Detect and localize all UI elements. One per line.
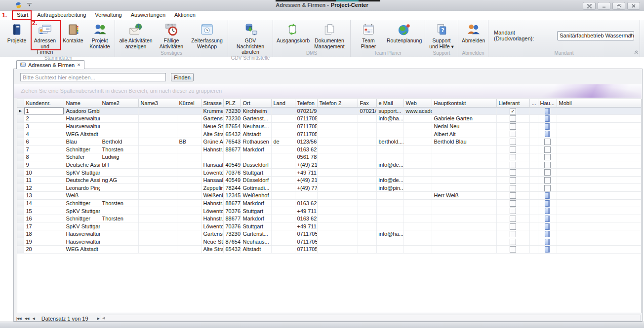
cell-name3[interactable]	[138, 153, 177, 161]
cell-strasse[interactable]: Neue Str...	[201, 238, 223, 246]
nav-prev-page-icon[interactable]: ◀◀	[23, 317, 31, 321]
cell-lieferant[interactable]	[496, 130, 529, 138]
cell-dots[interactable]	[529, 130, 538, 138]
cell-ort[interactable]: Kirchheim	[241, 107, 271, 115]
scroll-left-icon[interactable]: ◀	[102, 315, 105, 321]
cell-mobil[interactable]	[557, 199, 641, 207]
cell-mobil[interactable]	[557, 246, 641, 254]
cell-land[interactable]	[271, 122, 295, 130]
cell-mobil[interactable]	[557, 184, 641, 192]
cell-hauptkontakt[interactable]	[432, 161, 496, 169]
cell-dots[interactable]	[529, 176, 538, 184]
cell-plz[interactable]: 65432	[223, 246, 241, 254]
cell-ort[interactable]: Markdorf	[241, 199, 271, 207]
cell-hau[interactable]	[538, 192, 557, 200]
cell-land[interactable]	[271, 222, 295, 230]
cell-name3[interactable]	[138, 230, 177, 238]
cell-email[interactable]	[376, 192, 403, 200]
cell-fax[interactable]	[358, 207, 376, 215]
cell-name[interactable]: WEG Altstadt	[64, 130, 100, 138]
cell-name3[interactable]	[138, 199, 177, 207]
cell-mobil[interactable]	[557, 169, 641, 177]
cell-hau[interactable]	[538, 107, 557, 115]
cell-lieferant[interactable]	[496, 222, 529, 230]
restore-button[interactable]	[612, 2, 625, 10]
cell-web[interactable]	[403, 169, 432, 177]
cell-fax[interactable]	[358, 169, 376, 177]
cell-ort[interactable]: Markdorf	[241, 146, 271, 153]
lieferant-checkbox[interactable]	[510, 162, 516, 168]
cell-name2[interactable]: Thorsten	[100, 199, 138, 207]
cell-hauptkontakt[interactable]	[432, 222, 496, 230]
cell-telefon[interactable]: 0561 78...	[295, 153, 317, 161]
tab-verwaltung[interactable]: Verwaltung	[90, 11, 126, 19]
document-tab-close-icon[interactable]: ×	[77, 62, 80, 68]
hau-checkbox[interactable]	[544, 169, 551, 176]
cell-hau[interactable]	[538, 199, 557, 207]
cell-mobil[interactable]	[557, 153, 641, 161]
cell-name3[interactable]	[138, 115, 177, 123]
cell-email[interactable]	[376, 207, 403, 215]
cell-telefon[interactable]: +(49) 21...	[295, 176, 317, 184]
cell-dots[interactable]	[529, 138, 538, 146]
table-row[interactable]: 4WEG AltstadtAlte Stra...65432Altstadt07…	[17, 130, 641, 138]
cell-name2[interactable]: Thorsten	[100, 146, 138, 153]
hau-button-icon[interactable]	[545, 200, 550, 207]
cell-name3[interactable]	[138, 107, 177, 115]
cell-mobil[interactable]	[557, 138, 641, 146]
hau-button-icon[interactable]	[545, 231, 550, 237]
hau-checkbox[interactable]	[544, 154, 551, 160]
cell-fax[interactable]	[358, 161, 376, 169]
cell-telefon2[interactable]	[317, 138, 358, 146]
cell-land[interactable]	[271, 184, 295, 192]
cell-name[interactable]: Weiß	[64, 192, 100, 200]
column-header-email[interactable]: e Mail	[376, 99, 403, 107]
cell-hauptkontakt[interactable]: Herr Weiß	[432, 192, 496, 200]
cell-telefon2[interactable]	[317, 207, 358, 215]
cell-dots[interactable]	[529, 115, 538, 123]
cell-telefon[interactable]: 0123/56...	[295, 138, 317, 146]
cell-telefon2[interactable]	[317, 215, 358, 222]
cell-kuerzel[interactable]	[177, 215, 201, 222]
minimize-button[interactable]	[598, 2, 610, 10]
cell-name2[interactable]	[100, 130, 138, 138]
hau-button-icon[interactable]	[545, 123, 550, 130]
cell-hauptkontakt[interactable]	[432, 215, 496, 222]
cell-email[interactable]	[376, 122, 403, 130]
cell-mobil[interactable]	[557, 161, 641, 169]
cell-hau[interactable]	[538, 161, 557, 169]
hau-button-icon[interactable]	[545, 131, 550, 137]
cell-land[interactable]	[271, 107, 295, 115]
cell-mobil[interactable]	[557, 222, 641, 230]
cell-telefon[interactable]: 0711705...	[295, 115, 317, 123]
cell-ort[interactable]: Stuttgart	[241, 169, 271, 177]
cell-ort[interactable]: Stuttgart	[241, 222, 271, 230]
cell-dots[interactable]	[529, 161, 538, 169]
cell-plz[interactable]	[223, 153, 241, 161]
cell-kuerzel[interactable]	[177, 222, 201, 230]
cell-telefon2[interactable]	[317, 230, 358, 238]
ribbon-button-projekte[interactable]: Projekte	[3, 21, 30, 44]
cell-name2[interactable]: ng AG	[100, 176, 138, 184]
cell-telefon2[interactable]	[317, 153, 358, 161]
cell-land[interactable]	[271, 199, 295, 207]
cell-hau[interactable]	[538, 238, 557, 246]
cell-name2[interactable]: Berthold	[100, 138, 138, 146]
column-header-strasse[interactable]: Strasse	[201, 99, 223, 107]
cell-mobil[interactable]	[557, 176, 641, 184]
cell-hau[interactable]	[538, 138, 557, 146]
cell-kuerzel[interactable]	[177, 130, 201, 138]
cell-lieferant[interactable]	[496, 115, 529, 123]
column-header-land[interactable]: Land	[271, 99, 295, 107]
column-header-fax[interactable]: Fax	[358, 99, 376, 107]
hau-button-icon[interactable]	[545, 246, 550, 253]
cell-land[interactable]	[271, 130, 295, 138]
cell-ort[interactable]: Markdorf	[241, 215, 271, 222]
hau-button-icon[interactable]	[545, 108, 550, 114]
cell-hau[interactable]	[538, 146, 557, 153]
lieferant-checkbox[interactable]	[510, 177, 516, 183]
cell-mobil[interactable]	[557, 215, 641, 222]
cell-name[interactable]: SpKV Stuttgart	[64, 207, 100, 215]
cell-web[interactable]	[403, 207, 432, 215]
cell-hauptkontakt[interactable]	[432, 199, 496, 207]
